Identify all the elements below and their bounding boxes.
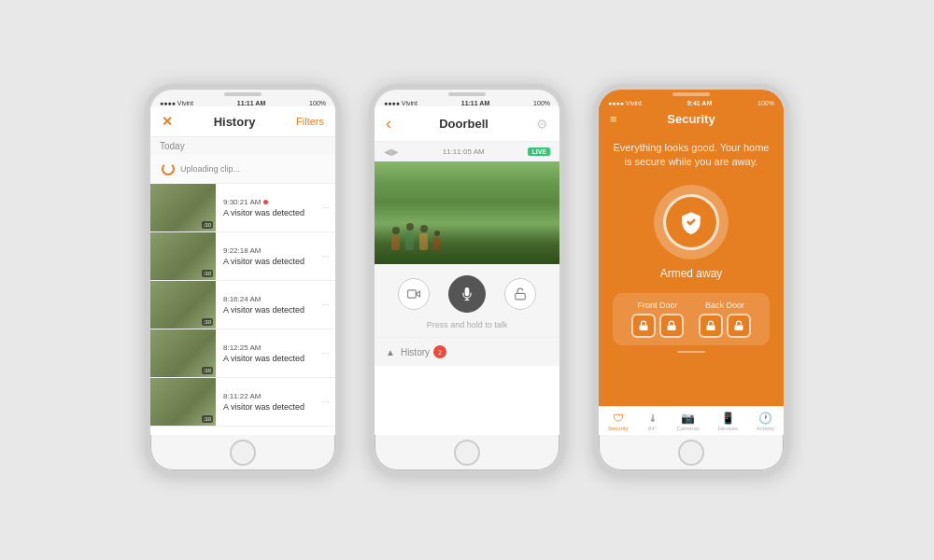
gear-icon[interactable]: ⚙ <box>536 117 548 132</box>
security-message: Everything looks good. Your home is secu… <box>613 141 770 170</box>
phone-security: ●●●● Vivint 9:41 AM 100% ≡ Security Ever… <box>593 84 789 476</box>
list-item[interactable]: :30 9:22:18 AM A visitor was detected ··… <box>150 232 335 281</box>
door-section: Front Door <box>613 293 770 345</box>
back-door-buttons <box>699 314 751 338</box>
info-5: 8:11:22 AM A visitor was detected <box>216 378 322 426</box>
home-button-2[interactable] <box>454 440 480 466</box>
tab-thermostat[interactable]: 🌡 64° <box>647 412 658 431</box>
phone3-carrier: ●●●● Vivint <box>608 100 642 106</box>
more-5[interactable]: ··· <box>322 378 335 426</box>
time-4: 8:12:25 AM <box>223 343 261 352</box>
history-header: ✕ History Filters <box>150 106 335 137</box>
list-item[interactable]: :30 9:30:21 AM A visitor was detected ··… <box>150 184 335 232</box>
more-3[interactable]: ··· <box>322 281 335 329</box>
tab-activity[interactable]: 🕐 Activity <box>757 412 774 431</box>
svg-rect-4 <box>640 325 648 330</box>
doorbell-controls <box>375 264 559 320</box>
back-door-lock-1[interactable] <box>699 314 723 338</box>
security-tab-label: Security <box>608 426 629 431</box>
svg-rect-3 <box>516 293 526 299</box>
filters-button[interactable]: Filters <box>296 116 324 127</box>
info-4: 8:12:25 AM A visitor was detected <box>216 329 322 377</box>
event-text-3: A visitor was detected <box>223 305 315 315</box>
unlock-button[interactable] <box>504 278 536 310</box>
history-list: :30 9:30:21 AM A visitor was detected ··… <box>150 184 335 435</box>
front-door-buttons <box>631 314 684 338</box>
svg-rect-7 <box>735 325 743 330</box>
menu-icon[interactable]: ≡ <box>610 112 617 126</box>
duration-2: :30 <box>202 270 213 277</box>
back-door-group: Back Door <box>699 301 751 338</box>
camera-button[interactable] <box>398 278 430 310</box>
time-5: 8:11:22 AM <box>223 392 261 400</box>
phone-history: ●●●● Vivint 11:11 AM 100% ✕ History Filt… <box>145 84 341 476</box>
phone2-top: ●●●● Vivint 11:11 AM 100% <box>375 90 559 106</box>
uploading-text: Uploading clip... <box>180 164 240 174</box>
time-3: 8:16:24 AM <box>223 295 261 303</box>
phone2-statusbar: ●●●● Vivint 11:11 AM 100% <box>382 100 552 106</box>
more-2[interactable]: ··· <box>322 232 335 280</box>
list-item[interactable]: :30 8:12:25 AM A visitor was detected ··… <box>150 329 335 378</box>
more-1[interactable]: ··· <box>322 184 335 231</box>
phone3-battery: 100% <box>757 100 774 106</box>
phone3-top: ●●●● Vivint 9:41 AM 100% <box>599 90 784 106</box>
back-icon[interactable]: ‹ <box>386 114 391 133</box>
front-door-group: Front Door <box>631 301 684 338</box>
tab-cameras[interactable]: 📷 Cameras <box>676 412 699 431</box>
microphone-button[interactable] <box>448 275 486 313</box>
tab-security[interactable]: 🛡 Security <box>608 412 629 431</box>
front-door-label: Front Door <box>637 301 677 310</box>
duration-5: :30 <box>202 415 213 423</box>
info-3: 8:16:24 AM A visitor was detected <box>216 281 322 329</box>
event-text-2: A visitor was detected <box>223 257 315 266</box>
phone1-time: 11:11 AM <box>237 100 265 106</box>
phone2-speaker <box>448 92 486 96</box>
thermostat-tab-label: 64° <box>648 426 657 431</box>
security-topbar: ≡ Security <box>599 106 784 132</box>
duration-4: :30 <box>202 367 213 374</box>
duration-1: :30 <box>202 221 213 229</box>
shield-checkmark-icon <box>679 210 703 234</box>
front-door-lock-2[interactable] <box>659 314 684 338</box>
more-4[interactable]: ··· <box>322 329 335 377</box>
info-1: 9:30:21 AM A visitor was detected <box>216 184 322 231</box>
phone3-speaker <box>672 92 710 96</box>
security-title: Security <box>667 112 715 126</box>
phone1-statusbar: ●●●● Vivint 11:11 AM 100% <box>158 100 328 106</box>
security-tabbar: 🛡 Security 🌡 64° 📷 Cameras 📱 Devices 🕐 A… <box>599 406 784 435</box>
list-item[interactable]: :30 8:11:22 AM A visitor was detected ··… <box>150 378 335 427</box>
thumb-4: :30 <box>150 329 216 377</box>
back-door-lock-2[interactable] <box>727 314 751 338</box>
activity-tab-label: Activity <box>757 426 774 431</box>
history-pill[interactable]: ▲ History 2 <box>375 337 559 366</box>
time-2: 9:22:18 AM <box>223 246 261 255</box>
thumb-3: :30 <box>150 281 216 329</box>
event-text-1: A visitor was detected <box>223 208 315 217</box>
event-text-4: A visitor was detected <box>223 354 315 363</box>
info-2: 9:22:18 AM A visitor was detected <box>216 232 322 280</box>
phone3-statusbar: ●●●● Vivint 9:41 AM 100% <box>606 100 776 106</box>
shield-circle <box>654 185 729 259</box>
home-button-3[interactable] <box>678 440 704 466</box>
armed-label: Armed away <box>660 267 723 280</box>
phone2-battery: 100% <box>533 100 550 106</box>
shield-inner <box>663 194 719 250</box>
doorbell-video[interactable] <box>375 161 559 264</box>
history-pill-label: History <box>401 347 430 357</box>
live-badge: LIVE <box>528 147 550 156</box>
doorbell-live-bar: ◀▶ 11:11:05 AM LIVE <box>375 142 559 161</box>
security-divider <box>677 351 705 353</box>
doorbell-header: ‹ Doorbell ⚙ <box>375 106 559 142</box>
svg-rect-0 <box>408 290 417 298</box>
phone2-time: 11:11 AM <box>461 100 489 106</box>
front-door-lock-1[interactable] <box>631 314 656 338</box>
close-icon[interactable]: ✕ <box>162 114 173 129</box>
duration-3: :30 <box>202 318 213 326</box>
phone2-content: ‹ Doorbell ⚙ ◀▶ 11:11:05 AM LIVE <box>375 106 559 435</box>
home-button-1[interactable] <box>230 440 256 466</box>
security-main: Everything looks good. Your home is secu… <box>599 132 784 406</box>
devices-tab-icon: 📱 <box>721 412 735 425</box>
tab-devices[interactable]: 📱 Devices <box>718 412 738 431</box>
svg-rect-6 <box>707 325 715 330</box>
list-item[interactable]: :30 8:16:24 AM A visitor was detected ··… <box>150 281 335 329</box>
